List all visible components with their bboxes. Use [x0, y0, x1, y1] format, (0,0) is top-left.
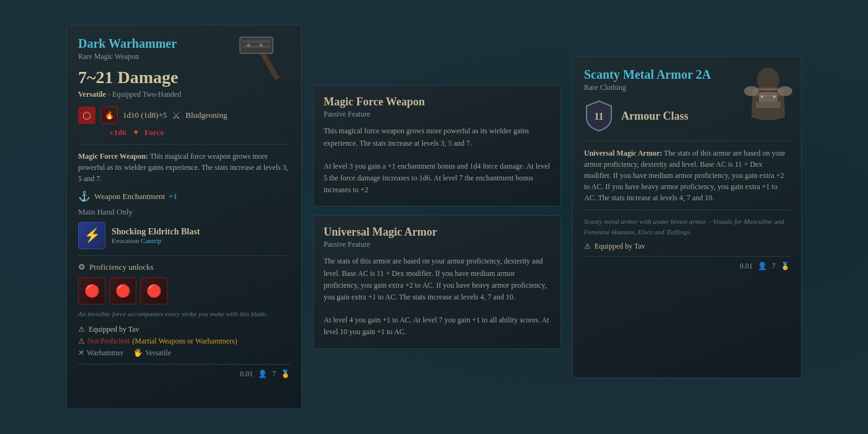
svg-rect-0 [260, 51, 280, 80]
armor-price-text: 0.01 [740, 262, 753, 271]
left-footer: 0.01 👤 7 🏅 [78, 364, 290, 379]
alert-icon: ⚠ [78, 337, 85, 346]
armor-divider-2 [584, 210, 790, 210]
damage-type-text: Bludgeoning [185, 110, 227, 120]
price-text: 0.01 [240, 370, 253, 379]
armor-desc: Universal Magic Armor: The stats of this… [584, 148, 790, 203]
spell-info: Shocking Eldritch Blast Evocation Cantri… [112, 227, 290, 244]
svg-point-14 [761, 95, 763, 98]
prof-icon-1: 🔴 [78, 277, 105, 304]
middle-column: Magic Force Weapon Passive Feature This … [313, 85, 561, 348]
armor-weight-text: 7 [772, 262, 776, 271]
divider-2 [78, 255, 290, 256]
svg-point-11 [777, 86, 792, 96]
warning-icon: ⚠ [78, 325, 85, 334]
force-dice-icon: 🔥 [100, 107, 118, 124]
armor-card: Scanty Metal Armor 2A Rare Clothing 11 A… [572, 56, 802, 378]
dice-row: ⬡ 🔥 1d10 (1d8)+5 ⚔ Bludgeoning [78, 107, 290, 124]
spell-icon: ⚡ [78, 222, 105, 249]
coin-icon: 🏅 [281, 370, 290, 379]
divider-1 [78, 144, 290, 144]
spell-row: ⚡ Shocking Eldritch Blast Evocation Cant… [78, 222, 290, 249]
armor-coin-icon: 🏅 [781, 262, 790, 271]
main-hand-label: Main Hand Only [78, 207, 290, 217]
anchor-icon: ⚓ [78, 190, 91, 202]
proficiency-section: ⚙ Proficiency unlocks 🔴 🔴 🔴 [78, 262, 290, 304]
weight-text: 7 [272, 370, 276, 379]
flavor-text: An invisible force accompanies every str… [78, 309, 290, 319]
svg-rect-9 [756, 102, 781, 108]
armor-flavor-text: Scanty metal armor with under breast arm… [584, 216, 790, 237]
magic-force-desc: Magic Force Weapon: This magical force w… [78, 151, 290, 184]
crossbow-icon: ⚔ [172, 110, 180, 122]
damage-dice-icon: ⬡ [78, 107, 95, 124]
svg-point-5 [247, 43, 250, 47]
not-proficient-row: ⚠ Not Proficient (Martial Weapons or War… [78, 337, 290, 346]
svg-text:11: 11 [594, 111, 603, 122]
universal-magic-armor-card: Universal Magic Armor Passive Feature Th… [313, 215, 561, 348]
shield-badge: 11 [584, 100, 614, 132]
weapon-type-trait: ✕ Warhammer [78, 348, 123, 358]
force-dice-row: +1d6 🔻 Force [78, 126, 290, 138]
dice-base-text: 1d10 (1d8)+5 [123, 110, 167, 120]
crossbow-small-icon: ✕ [78, 348, 84, 358]
svg-rect-3 [242, 40, 270, 43]
magic-force-desc-1: This magical force weapon grows more pow… [324, 125, 551, 149]
versatile-line: Versatile - Equipped Two-Handed [78, 90, 290, 99]
versatile-trait: 🖐 Versatile [133, 348, 171, 358]
universal-armor-desc-1: The stats of this armor are based on you… [324, 255, 551, 303]
force-arrow: 🔻 [131, 128, 141, 137]
svg-point-15 [773, 95, 776, 98]
prof-icon-2: 🔴 [109, 277, 136, 304]
weapon-image [233, 32, 295, 81]
svg-point-10 [744, 86, 759, 96]
armor-image [740, 61, 796, 142]
svg-point-6 [259, 43, 263, 47]
svg-rect-4 [242, 45, 270, 48]
right-footer: 0.01 👤 7 🏅 [584, 256, 790, 271]
proficiency-title: ⚙ Proficiency unlocks [78, 262, 290, 272]
prof-icon-3: 🔴 [140, 277, 167, 304]
universal-armor-desc-2: At level 4 you gain +1 to AC. At level 7… [324, 314, 551, 338]
equipped-row: ⚠ Equipped by Tav [78, 325, 290, 334]
gear-icon: ⚙ [78, 262, 86, 272]
weapon-traits: ✕ Warhammer 🖐 Versatile [78, 348, 290, 358]
magic-force-subtitle: Passive Feature [324, 110, 551, 119]
hand-icon: 🖐 [133, 348, 143, 358]
weapon-card: Dark Warhammer Rare Magic Weapon 7~21 Da… [66, 25, 302, 409]
armor-equipped-row: ⚠ Equipped by Tav [584, 242, 790, 251]
magic-force-card: Magic Force Weapon Passive Feature This … [313, 85, 561, 206]
magic-force-title: Magic Force Weapon [324, 95, 551, 108]
armor-person-icon: 👤 [758, 262, 767, 271]
magic-force-desc-2: At level 3 you gain a +1 enchantment bon… [324, 161, 551, 197]
armor-warning-icon: ⚠ [584, 242, 591, 251]
universal-armor-title: Universal Magic Armor [324, 226, 551, 239]
universal-armor-subtitle: Passive Feature [324, 240, 551, 249]
enchantment-row: ⚓ Weapon Enchantment +1 [78, 190, 290, 202]
prof-icons: 🔴 🔴 🔴 [78, 277, 290, 304]
person-icon: 👤 [258, 370, 267, 379]
ac-label: Armour Class [621, 110, 688, 123]
